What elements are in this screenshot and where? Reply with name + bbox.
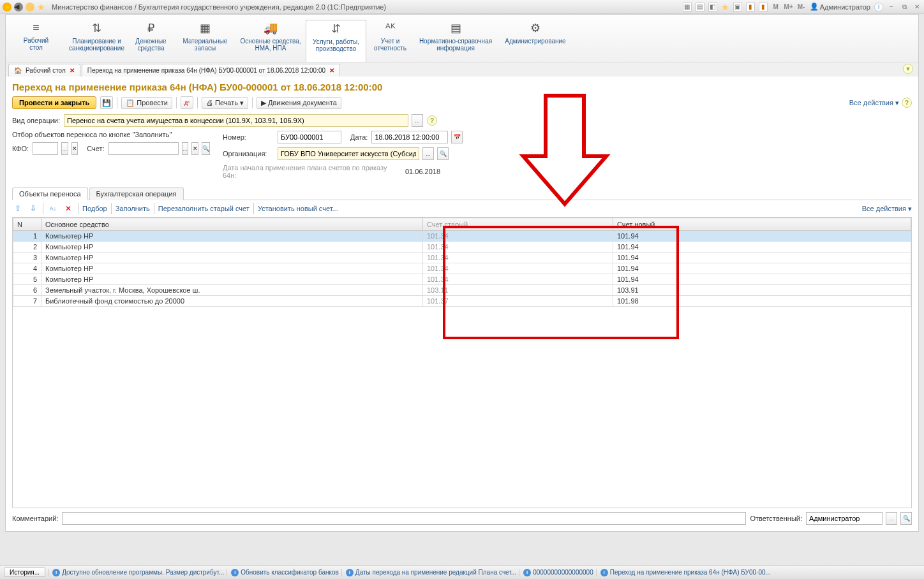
tab-objects[interactable]: Объекты переноса	[12, 187, 88, 200]
account-clear-button[interactable]: ✕	[191, 142, 198, 155]
save-button[interactable]: 💾	[100, 96, 113, 109]
tab-document[interactable]: Переход на применение приказа 64н (НФА) …	[82, 64, 340, 77]
responsible-search-button[interactable]: 🔍	[900, 512, 912, 525]
org-label: Организация:	[223, 150, 274, 158]
org-select-button[interactable]: ...	[422, 147, 434, 160]
col-header-old[interactable]: Счет старый	[423, 218, 613, 231]
table-row[interactable]: 7 Библиотечный фонд стоимостью до 20000 …	[13, 296, 911, 307]
table-row[interactable]: 1 Компьютер HP 101.34 101.94	[13, 231, 911, 242]
minimize-icon[interactable]: −	[887, 3, 896, 11]
cell-name: Компьютер HP	[41, 242, 423, 253]
cell-n: 7	[13, 296, 41, 307]
tab-close-icon[interactable]: ✕	[329, 67, 334, 74]
cell-new: 101.94	[613, 263, 911, 274]
calc-mminus[interactable]: M-	[797, 3, 806, 11]
nav-admin[interactable]: ⚙Администрирование	[497, 20, 574, 62]
responsible-label: Ответственный:	[750, 515, 802, 522]
ruble-icon: ₽	[130, 21, 172, 35]
plan-date-label: Дата начала применения плана счетов по п…	[223, 164, 401, 179]
account-input[interactable]	[108, 142, 179, 155]
tool-icon-1[interactable]: ▦	[683, 3, 692, 11]
favorite-icon[interactable]: ★	[37, 2, 45, 12]
select-link[interactable]: Подбор	[82, 205, 107, 212]
nav-reference[interactable]: ▤Нормативно-справочная информация	[414, 20, 497, 62]
arrow-up-icon[interactable]: ⇧	[12, 203, 24, 214]
org-search-button[interactable]: 🔍	[437, 147, 449, 160]
tool-star-icon[interactable]: ★	[721, 2, 729, 12]
tool-icon-5[interactable]: ▮	[746, 3, 755, 11]
tab-accounting-op[interactable]: Бухгалтерская операция	[89, 187, 184, 200]
number-input[interactable]	[278, 131, 341, 143]
delete-icon[interactable]: ✕	[63, 203, 74, 214]
tab-close-icon[interactable]: ✕	[70, 67, 75, 74]
maximize-icon[interactable]: ⧉	[900, 3, 909, 11]
col-header-n[interactable]: N	[13, 218, 41, 231]
info-icon[interactable]: i	[874, 3, 883, 11]
document-area: Переход на применение приказа 64н (НФА) …	[6, 77, 918, 531]
nav-accounting[interactable]: ᴬᴷУчет и отчетность	[366, 20, 414, 62]
cell-new: 101.98	[613, 296, 911, 307]
post-button[interactable]: 📋 Провести	[121, 97, 172, 109]
select-button[interactable]: ...	[412, 114, 423, 127]
tool-icon-4[interactable]: ▣	[733, 3, 742, 11]
cell-old: 103.11	[423, 285, 613, 296]
tool-icon-2[interactable]: ▤	[696, 3, 704, 11]
sort-icon[interactable]: A↓	[47, 203, 59, 214]
user-label[interactable]: 👤 Администратор	[810, 3, 870, 11]
tool-icon-6[interactable]: ▮	[759, 3, 768, 11]
date-input[interactable]	[371, 131, 448, 143]
close-icon[interactable]: ✕	[913, 3, 921, 11]
refill-old-link[interactable]: Перезаполнить старый счет	[158, 205, 250, 212]
nav-assets[interactable]: 🚚Основные средства, НМА, НПА	[235, 20, 306, 62]
all-actions-link[interactable]: Все действия ▾	[849, 99, 899, 107]
fill-link[interactable]: Заполнить	[116, 205, 150, 212]
nav-desktop[interactable]: ≡Рабочий стол	[6, 20, 66, 62]
nav-materials[interactable]: ▦Материальные запасы	[175, 20, 235, 62]
arrow-down-icon[interactable]: ⇩	[27, 203, 39, 214]
nav-services[interactable]: ⇵Услуги, работы, производство	[306, 20, 366, 62]
table-row[interactable]: 5 Компьютер HP 101.34 101.94	[13, 274, 911, 285]
dk-button[interactable]: Дᴷ	[181, 96, 193, 109]
nav-back-icon[interactable]: ◀	[14, 3, 23, 11]
print-button[interactable]: 🖨 Печать ▾	[202, 97, 248, 109]
cell-n: 3	[13, 253, 41, 263]
comment-input[interactable]	[62, 512, 746, 525]
table-row[interactable]: 4 Компьютер HP 101.34 101.94	[13, 263, 911, 274]
cell-n: 4	[13, 263, 41, 274]
nav-planning[interactable]: ⇅Планирование и санкционирование	[66, 20, 127, 62]
tab-desktop[interactable]: 🏠 Рабочий стол ✕	[8, 64, 80, 77]
org-input[interactable]	[278, 147, 419, 160]
tool-icon-3[interactable]: ◧	[708, 3, 717, 11]
responsible-input[interactable]	[806, 512, 883, 525]
help-icon[interactable]: ?	[427, 115, 437, 126]
cell-old: 101.37	[423, 296, 613, 307]
calc-mplus[interactable]: M+	[784, 3, 793, 11]
kfo-select-button[interactable]: ...	[61, 142, 68, 155]
col-header-new[interactable]: Счет новый	[613, 218, 911, 231]
operation-type-input[interactable]	[64, 114, 408, 127]
col-header-name[interactable]: Основное средство	[41, 218, 423, 231]
table-row[interactable]: 2 Компьютер HP 101.34 101.94	[13, 242, 911, 253]
responsible-select-button[interactable]: ...	[886, 512, 897, 525]
menu-icon: ≡	[8, 21, 64, 34]
account-search-button[interactable]: 🔍	[202, 142, 210, 155]
calc-m[interactable]: M	[771, 3, 780, 11]
post-and-close-button[interactable]: Провести и закрыть	[12, 96, 96, 109]
cell-name: Компьютер HP	[41, 263, 423, 274]
account-select-button[interactable]: ...	[182, 142, 189, 155]
titlebar: ◀ ★ Министерство финансов / Бухгалтерия …	[0, 0, 924, 14]
cell-new: 101.94	[613, 253, 911, 263]
kfo-clear-button[interactable]: ✕	[71, 142, 78, 155]
table-all-actions-link[interactable]: Все действия ▾	[862, 205, 912, 213]
table-row[interactable]: 3 Компьютер HP 101.34 101.94	[13, 253, 911, 263]
table-row[interactable]: 6 Земельный участок, г. Москва, Хорошевс…	[13, 285, 911, 296]
nav-money[interactable]: ₽Денежные средства	[127, 20, 175, 62]
objects-table[interactable]: N Основное средство Счет старый Счет нов…	[12, 217, 912, 508]
tab-expand-button[interactable]: ▼	[903, 64, 913, 74]
nav-forward-icon[interactable]	[26, 3, 34, 11]
set-new-link[interactable]: Установить новый счет...	[258, 205, 338, 212]
calendar-button[interactable]: 📅	[451, 131, 463, 143]
movements-button[interactable]: ▶ Движения документа	[257, 97, 341, 109]
kfo-input[interactable]	[33, 142, 58, 155]
help-icon[interactable]: ?	[902, 98, 912, 108]
